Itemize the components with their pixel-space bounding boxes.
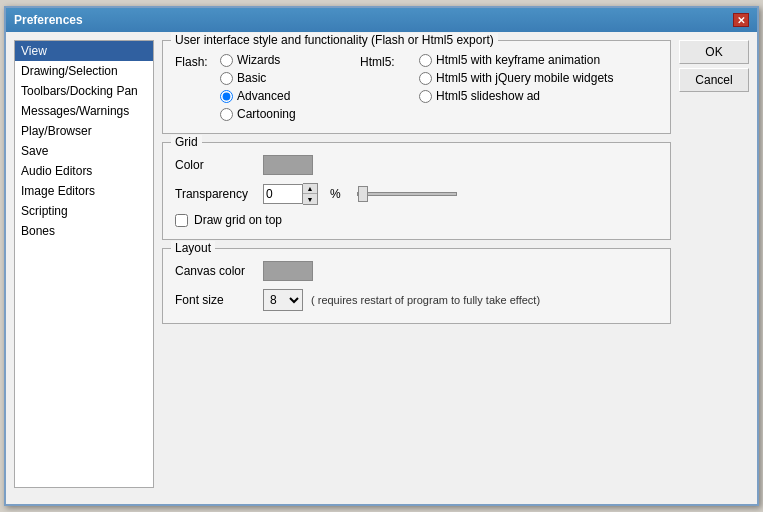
sidebar-item[interactable]: Drawing/Selection [15, 61, 153, 81]
html5-jquery-row: Html5 with jQuery mobile widgets [419, 71, 613, 85]
html5-slideshow-label: Html5 slideshow ad [436, 89, 540, 103]
sidebar-item[interactable]: Play/Browser [15, 121, 153, 141]
flash-label: Flash: [175, 53, 220, 69]
canvas-color-swatch[interactable] [263, 261, 313, 281]
ok-button[interactable]: OK [679, 40, 749, 64]
grid-title: Grid [171, 135, 202, 149]
html5-keyframe-row: Html5 with keyframe animation [419, 53, 613, 67]
sidebar-item[interactable]: Save [15, 141, 153, 161]
spinbox-arrows: ▲ ▼ [303, 183, 318, 205]
flash-wizards-radio[interactable] [220, 54, 233, 67]
spinbox-down[interactable]: ▼ [303, 194, 317, 204]
ui-style-section: Flash: Wizards Basic [175, 53, 658, 121]
sidebar-item[interactable]: Scripting [15, 201, 153, 221]
grid-color-row: Color [175, 155, 658, 175]
dialog-bottom [6, 496, 757, 504]
canvas-color-label: Canvas color [175, 264, 255, 278]
sidebar-item[interactable]: Toolbars/Docking Pan [15, 81, 153, 101]
transparency-input[interactable] [263, 184, 303, 204]
flash-basic-row: Basic [220, 71, 360, 85]
flash-advanced-row: Advanced [220, 89, 360, 103]
html5-jquery-label: Html5 with jQuery mobile widgets [436, 71, 613, 85]
close-button[interactable]: ✕ [733, 13, 749, 27]
html5-section: Html5: Html5 with keyframe animation Htm… [360, 53, 613, 103]
html5-keyframe-label: Html5 with keyframe animation [436, 53, 600, 67]
font-size-label: Font size [175, 293, 255, 307]
flash-wizards-row: Wizards [220, 53, 360, 67]
sidebar-item[interactable]: Bones [15, 221, 153, 241]
html5-jquery-radio[interactable] [419, 72, 432, 85]
html5-slideshow-row: Html5 slideshow ad [419, 89, 613, 103]
flash-advanced-label: Advanced [237, 89, 290, 103]
grid-color-swatch[interactable] [263, 155, 313, 175]
html5-label: Html5: [360, 53, 415, 69]
html5-slideshow-radio[interactable] [419, 90, 432, 103]
flash-advanced-radio[interactable] [220, 90, 233, 103]
flash-cartooning-radio[interactable] [220, 108, 233, 121]
flash-cartooning-row: Cartooning [220, 107, 360, 121]
grid-group: Grid Color Transparency ▲ ▼ [162, 142, 671, 240]
right-buttons: OK Cancel [679, 40, 749, 488]
layout-title: Layout [171, 241, 215, 255]
flash-wizards-label: Wizards [237, 53, 280, 67]
ui-style-title: User interface style and functionality (… [171, 33, 498, 47]
sidebar: ViewDrawing/SelectionToolbars/Docking Pa… [14, 40, 154, 488]
transparency-row: Transparency ▲ ▼ % [175, 183, 658, 205]
ui-style-group: User interface style and functionality (… [162, 40, 671, 134]
sidebar-item[interactable]: View [15, 41, 153, 61]
dialog-body: ViewDrawing/SelectionToolbars/Docking Pa… [6, 32, 757, 496]
transparency-spinbox: ▲ ▼ [263, 183, 318, 205]
font-size-row: Font size 8 9 10 11 12 ( requires restar… [175, 289, 658, 311]
dialog-title: Preferences [14, 13, 83, 27]
draw-grid-label: Draw grid on top [194, 213, 282, 227]
font-note: ( requires restart of program to fully t… [311, 294, 540, 306]
draw-grid-row: Draw grid on top [175, 213, 658, 227]
canvas-color-row: Canvas color [175, 261, 658, 281]
flash-html-row: Flash: Wizards Basic [175, 53, 658, 121]
layout-group: Layout Canvas color Font size 8 9 10 11 [162, 248, 671, 324]
sidebar-item[interactable]: Audio Editors [15, 161, 153, 181]
font-size-select[interactable]: 8 9 10 11 12 [263, 289, 303, 311]
cancel-button[interactable]: Cancel [679, 68, 749, 92]
percent-label: % [330, 187, 341, 201]
html5-options: Html5 with keyframe animation Html5 with… [419, 53, 613, 103]
flash-options: Wizards Basic Advanced [220, 53, 360, 121]
grid-section: Color Transparency ▲ ▼ % [175, 155, 658, 227]
transparency-label: Transparency [175, 187, 255, 201]
flash-basic-radio[interactable] [220, 72, 233, 85]
html5-keyframe-radio[interactable] [419, 54, 432, 67]
sidebar-item[interactable]: Messages/Warnings [15, 101, 153, 121]
spinbox-up[interactable]: ▲ [303, 184, 317, 194]
layout-section: Canvas color Font size 8 9 10 11 12 ( re… [175, 261, 658, 311]
content-area: User interface style and functionality (… [162, 40, 671, 488]
transparency-slider[interactable] [357, 192, 457, 196]
preferences-dialog: Preferences ✕ ViewDrawing/SelectionToolb… [4, 6, 759, 506]
flash-basic-label: Basic [237, 71, 266, 85]
grid-color-label: Color [175, 158, 255, 172]
title-bar: Preferences ✕ [6, 8, 757, 32]
sidebar-item[interactable]: Image Editors [15, 181, 153, 201]
flash-cartooning-label: Cartooning [237, 107, 296, 121]
draw-grid-checkbox[interactable] [175, 214, 188, 227]
